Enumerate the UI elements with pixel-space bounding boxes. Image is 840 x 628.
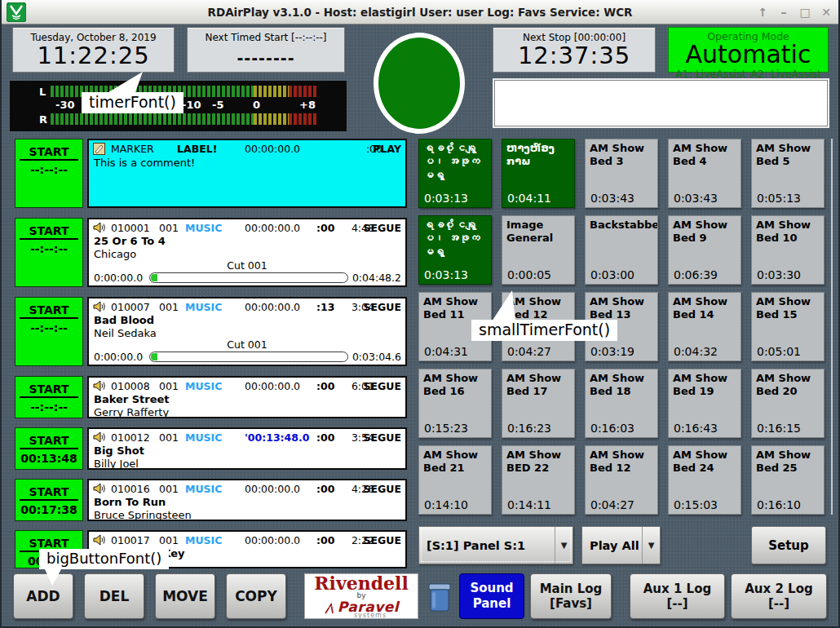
minimize-icon[interactable]: –	[776, 5, 791, 20]
entry-talk-time: :13	[316, 301, 334, 313]
label-message-box	[493, 78, 829, 128]
sound-panel-button[interactable]: Sound Panel	[459, 573, 524, 619]
panel-button[interactable]: AM Show Bed 250:16:10	[751, 445, 825, 515]
meter-right-label: R	[39, 113, 47, 126]
panel-button[interactable]: ရခ၀ိုငရွျပ၊ အဖုကမရွ0:03:13	[418, 215, 492, 285]
main-log-label: Main Log	[540, 582, 603, 596]
entry-artist: Neil Sedaka	[94, 327, 157, 339]
remaining-time: 0:03:04.6	[352, 351, 401, 363]
panel-button-label: AM Show Bed 12	[590, 449, 653, 475]
panel-button[interactable]: AM Show BED 220:14:11	[502, 445, 575, 515]
panel-button-label: ရခ၀ိုငရွျပ၊ အဖုကမရွ	[423, 219, 487, 259]
panel-button[interactable]: ရခ၀ိုငရွျပ၊ အဖုကမရွ0:03:13	[418, 139, 492, 208]
panel-button[interactable]: AM Show Bed 200:16:15	[751, 369, 825, 438]
entry-talk-time: :00	[316, 222, 334, 234]
start-button-label: START	[20, 383, 77, 398]
panel-button[interactable]: AM Show Bed 140:04:32	[668, 292, 741, 361]
cart-type: MUSIC	[185, 534, 222, 546]
panel-button[interactable]: AM Show Bed 30:03:43	[585, 139, 658, 208]
panel-select-dropdown[interactable]: [S:1] Panel S:1 ▼	[418, 526, 573, 564]
start-button[interactable]: START --:--:--	[15, 376, 83, 418]
trash-icon[interactable]	[427, 580, 452, 613]
maximize-icon[interactable]: □	[798, 5, 812, 20]
panel-button-label: AM Show Bed 20	[756, 372, 820, 399]
cart-group: 001	[159, 483, 179, 495]
main-log-button[interactable]: Main Log [Favs]	[530, 573, 612, 619]
entry-title: Big Shot	[94, 444, 144, 457]
operating-mode-value: Automatic	[669, 42, 828, 67]
panel-button[interactable]: AM Show Bed 180:16:03	[585, 369, 658, 438]
panel-button-timer: 0:04:32	[674, 345, 718, 358]
entry-progress: 0:00:00.0 0:04:48.2	[89, 272, 405, 285]
panel-button-label: AM Show Bed 25	[756, 449, 820, 475]
log-entry[interactable]: 010007 001 MUSIC 00:00:00.0 :13 3:04 SEG…	[87, 297, 407, 366]
panel-button[interactable]: ຫາງຫ໌ອງກາພ0:04:11	[502, 139, 575, 208]
shade-icon[interactable]: ↑	[755, 5, 770, 20]
start-button[interactable]: START 00:17:38	[15, 479, 83, 521]
meter-tick: -30	[55, 99, 75, 111]
start-button-timer: --:--:--	[15, 163, 82, 176]
panel-button-timer: 0:15:23	[424, 422, 468, 435]
panel-button[interactable]: AM Show Bed 170:16:23	[502, 369, 575, 438]
panel-button-timer: 0:16:23	[507, 422, 551, 435]
entry-transition: SEGUE	[364, 534, 402, 546]
panel-button[interactable]: AM Show Bed 40:03:43	[668, 139, 741, 208]
cart-number: 010017	[111, 534, 150, 546]
start-button[interactable]: START 00:13:48	[15, 427, 83, 470]
aux2-log-label: Aux 2 Log	[745, 582, 812, 596]
operating-mode-button[interactable]: Operating Mode Automatic A1: LiveAssist …	[668, 27, 829, 73]
remaining-time: 0:04:48.2	[352, 272, 401, 284]
aux1-log-button[interactable]: Aux 1 Log [--]	[630, 573, 725, 619]
meter-tick: -5	[212, 99, 223, 111]
panel-button[interactable]: Image General0:00:05	[502, 215, 575, 285]
rivendell-logo: Rivendell by Paravel systems	[304, 573, 418, 619]
aux2-log-button[interactable]: Aux 2 Log [--]	[731, 573, 827, 619]
del-button[interactable]: DEL	[84, 573, 144, 619]
panel-button[interactable]: AM Show Bed 190:16:43	[668, 369, 741, 438]
setup-button[interactable]: Setup	[751, 526, 826, 564]
move-button[interactable]: MOVE	[155, 573, 215, 619]
entry-time: 00:00:00.0	[245, 534, 300, 546]
panel-button-label: AM Show Bed 19	[673, 372, 736, 399]
panel-button[interactable]: AM Show Bed 210:14:10	[418, 445, 492, 515]
elapsed-time: 0:00:00.0	[94, 351, 143, 363]
antenna-icon	[324, 603, 335, 614]
start-button[interactable]: START --:--:--	[15, 218, 83, 287]
start-button[interactable]: START --:--:--	[15, 139, 83, 208]
aux1-log-sub: [--]	[666, 596, 687, 611]
next-timed-start-label: Next Timed Start [--:--:--]	[188, 32, 344, 43]
panel-button-label: AM Show Bed 10	[756, 219, 820, 245]
panel-button[interactable]: AM Show Bed 100:03:30	[751, 215, 825, 285]
panel-button[interactable]: Backstabber0:03:00	[585, 215, 658, 285]
start-button[interactable]: START --:--:--	[15, 297, 83, 366]
cart-type: MUSIC	[185, 483, 222, 495]
log-entry[interactable]: 010008 001 MUSIC 00:00:00.0 :00 6:01 SEG…	[87, 376, 407, 418]
entry-cut: Cut 001	[89, 338, 405, 351]
cart-group: 001	[159, 222, 179, 234]
panel-button[interactable]: AM Show Bed 90:06:39	[668, 215, 741, 285]
cart-number: 010016	[111, 483, 150, 495]
log-entry[interactable]: 010001 001 MUSIC 00:00:00.0 :00 4:48 SEG…	[87, 218, 407, 287]
panel-button[interactable]: AM Show Bed 50:05:13	[751, 139, 825, 208]
panel-button[interactable]: AM Show Bed 120:04:27	[585, 445, 658, 515]
panel-button[interactable]: AM Show Bed 240:15:03	[668, 445, 741, 515]
panel-button-timer: 0:14:10	[424, 498, 468, 511]
next-timed-start-value: --------	[188, 50, 344, 67]
start-button-label: START	[20, 434, 77, 449]
close-icon[interactable]: ✕	[819, 5, 833, 20]
marker-label: LABEL!	[177, 143, 217, 155]
entry-talk-time: :00	[316, 431, 334, 444]
entry-progress: 0:00:00.0 0:03:04.6	[89, 351, 405, 364]
panel-frame-edge	[831, 139, 833, 515]
log-entry[interactable]: 010016 001 MUSIC 00:00:00.0 :00 4:26 SEG…	[87, 479, 407, 521]
panel-button[interactable]: AM Show Bed 150:05:01	[751, 292, 825, 361]
copy-button[interactable]: COPY	[226, 573, 286, 619]
panel-button-label: Image General	[506, 219, 570, 245]
entry-talk-time: :00	[316, 534, 334, 546]
play-mode-dropdown[interactable]: Play All ▼	[581, 526, 661, 564]
panel-button-timer: 0:16:15	[757, 422, 801, 435]
log-entry-marker[interactable]: MARKER LABEL! 00:00:00.0 :00 PLAY This i…	[87, 139, 407, 208]
panel-button[interactable]: AM Show Bed 160:15:23	[418, 369, 492, 438]
log-entry[interactable]: 010012 001 MUSIC '00:13:48.0 :00 3:54 SE…	[87, 427, 407, 470]
aux2-log-sub: [--]	[768, 596, 789, 611]
